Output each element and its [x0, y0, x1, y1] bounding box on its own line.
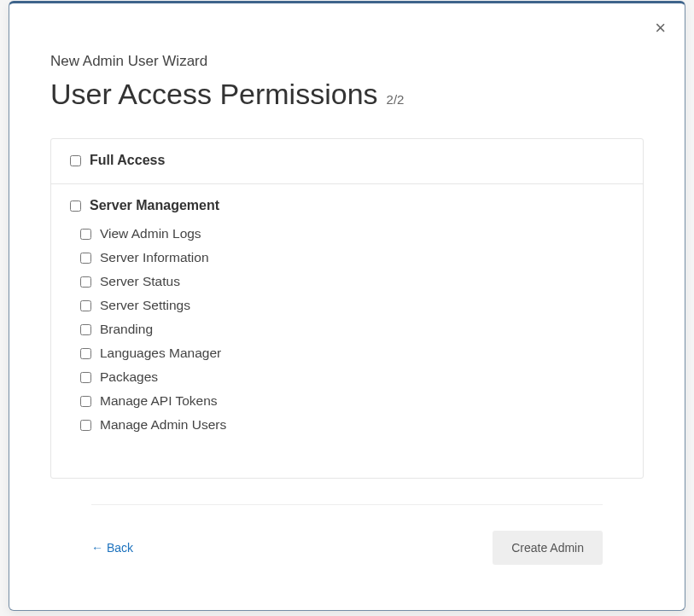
- server-management-section: Server Management View Admin Logs Server…: [51, 183, 643, 449]
- perm-checkbox[interactable]: [80, 276, 91, 288]
- perm-label: Packages: [100, 369, 158, 385]
- perm-packages[interactable]: Packages: [80, 365, 624, 389]
- perm-checkbox[interactable]: [80, 348, 91, 359]
- perm-label: Manage Admin Users: [100, 417, 226, 433]
- perm-label: Server Settings: [100, 298, 190, 313]
- perm-label: Manage API Tokens: [100, 393, 218, 409]
- close-button[interactable]: ×: [655, 19, 666, 38]
- full-access-row[interactable]: Full Access: [70, 149, 624, 171]
- perm-label: Branding: [100, 322, 153, 337]
- perm-label: View Admin Logs: [100, 226, 201, 241]
- perm-checkbox[interactable]: [80, 372, 91, 383]
- perm-label: Languages Manager: [100, 346, 221, 361]
- perm-checkbox[interactable]: [80, 420, 91, 431]
- server-management-checkbox[interactable]: [70, 200, 81, 212]
- perm-server-status[interactable]: Server Status: [80, 270, 624, 293]
- wizard-footer: ← Back Create Admin: [91, 504, 603, 565]
- wizard-modal: × New Admin User Wizard User Access Perm…: [9, 1, 685, 611]
- perm-server-settings[interactable]: Server Settings: [80, 293, 624, 317]
- perm-branding[interactable]: Branding: [80, 317, 624, 341]
- full-access-section: Full Access: [51, 139, 643, 183]
- perm-checkbox[interactable]: [80, 324, 91, 335]
- server-management-row[interactable]: Server Management: [70, 195, 624, 217]
- title-row: User Access Permissions 2/2: [50, 78, 644, 111]
- modal-content: New Admin User Wizard User Access Permis…: [9, 3, 685, 599]
- server-management-label: Server Management: [90, 198, 219, 213]
- back-button[interactable]: ← Back: [91, 541, 133, 555]
- perm-server-information[interactable]: Server Information: [80, 246, 624, 270]
- perm-label: Server Information: [100, 250, 209, 265]
- perm-manage-admin-users[interactable]: Manage Admin Users: [80, 413, 624, 437]
- full-access-checkbox[interactable]: [70, 155, 81, 166]
- permissions-scroll[interactable]: Full Access Server Management View Admin…: [51, 139, 643, 478]
- permissions-panel: Full Access Server Management View Admin…: [50, 138, 644, 479]
- perm-label: Server Status: [100, 274, 180, 289]
- perm-languages-manager[interactable]: Languages Manager: [80, 341, 624, 365]
- full-access-label: Full Access: [90, 153, 165, 168]
- perm-checkbox[interactable]: [80, 253, 91, 264]
- perm-checkbox[interactable]: [80, 396, 91, 407]
- wizard-label: New Admin User Wizard: [50, 53, 644, 70]
- close-icon: ×: [655, 17, 666, 38]
- perm-manage-api-tokens[interactable]: Manage API Tokens: [80, 389, 624, 413]
- step-indicator: 2/2: [387, 92, 405, 107]
- perm-checkbox[interactable]: [80, 229, 91, 240]
- perm-view-admin-logs[interactable]: View Admin Logs: [80, 222, 624, 246]
- create-admin-button[interactable]: Create Admin: [493, 531, 603, 565]
- server-management-items: View Admin Logs Server Information Serve…: [70, 217, 624, 437]
- perm-checkbox[interactable]: [80, 300, 91, 311]
- page-title: User Access Permissions: [50, 78, 378, 111]
